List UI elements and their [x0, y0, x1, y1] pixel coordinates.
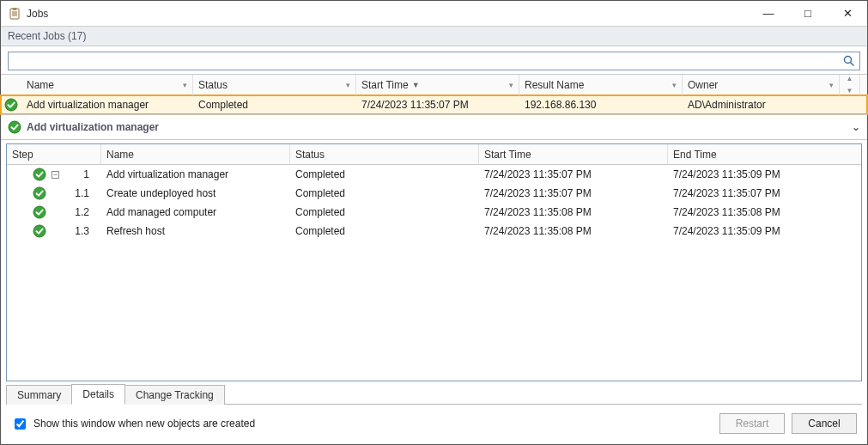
- window-controls: — □ ✕: [749, 1, 867, 27]
- tab-change-tracking[interactable]: Change Tracking: [124, 385, 225, 405]
- step-start-time: 7/24/2023 11:35:08 PM: [479, 206, 668, 218]
- header-start-time[interactable]: Start Time▼▾: [356, 75, 519, 95]
- search-icon[interactable]: [842, 54, 856, 68]
- step-status: Completed: [290, 168, 479, 180]
- step-name: Refresh host: [101, 225, 290, 237]
- clipboard-icon: [8, 7, 21, 21]
- detail-title: Add virtualization manager: [27, 121, 159, 133]
- header-status[interactable]: Status▾: [193, 75, 356, 95]
- step-name: Create undeployed host: [101, 187, 290, 199]
- step-number: 1: [83, 168, 96, 180]
- chevron-down-icon[interactable]: ▾: [829, 81, 834, 89]
- chevron-down-icon[interactable]: ▾: [183, 81, 187, 89]
- tab-details[interactable]: Details: [71, 384, 125, 405]
- step-row[interactable]: −1Add virtualization managerCompleted7/2…: [7, 165, 861, 184]
- jobs-window: Jobs — □ ✕ Recent Jobs (17) Name▾ Status…: [0, 0, 868, 445]
- step-number: 1.3: [75, 225, 96, 237]
- check-circle-icon: [8, 120, 21, 134]
- show-window-checkbox-label: Show this window when new objects are cr…: [33, 418, 255, 430]
- header-owner[interactable]: Owner▾: [683, 75, 840, 95]
- steps-panel: Step Name Status Start Time End Time −1A…: [6, 143, 862, 381]
- window-title: Jobs: [27, 8, 48, 20]
- chevron-down-icon[interactable]: ▾: [509, 81, 513, 89]
- chevron-down-icon[interactable]: ⌄: [852, 121, 860, 133]
- show-window-checkbox-input[interactable]: [15, 418, 26, 430]
- check-circle-icon: [33, 168, 46, 181]
- check-circle-icon: [4, 98, 18, 112]
- step-start-time: 7/24/2023 11:35:07 PM: [479, 168, 668, 180]
- step-start-time: 7/24/2023 11:35:07 PM: [479, 187, 668, 199]
- header-step-status[interactable]: Status: [290, 144, 479, 164]
- step-end-time: 7/24/2023 11:35:09 PM: [668, 168, 857, 180]
- cancel-button[interactable]: Cancel: [792, 413, 857, 434]
- jobs-grid-body: Add virtualization manager Completed 7/2…: [1, 95, 867, 114]
- check-circle-icon: [33, 205, 46, 219]
- step-row[interactable]: 1.1Create undeployed hostCompleted7/24/2…: [7, 184, 861, 203]
- header-step-end[interactable]: End Time: [668, 144, 857, 164]
- job-row[interactable]: Add virtualization manager Completed 7/2…: [1, 95, 867, 114]
- restart-button[interactable]: Restart: [719, 413, 785, 434]
- minimize-button[interactable]: —: [749, 1, 788, 27]
- step-end-time: 7/24/2023 11:35:09 PM: [668, 225, 857, 237]
- check-circle-icon: [33, 186, 46, 200]
- step-row[interactable]: 1.3Refresh hostCompleted7/24/2023 11:35:…: [7, 222, 861, 241]
- step-start-time: 7/24/2023 11:35:08 PM: [479, 225, 668, 237]
- step-number: 1.1: [75, 187, 96, 199]
- detail-header[interactable]: Add virtualization manager ⌄: [1, 114, 867, 140]
- header-step-start[interactable]: Start Time: [479, 144, 668, 164]
- chevron-down-icon[interactable]: ▾: [672, 81, 677, 89]
- step-name: Add virtualization manager: [101, 168, 290, 180]
- tab-summary[interactable]: Summary: [6, 385, 72, 405]
- step-status: Completed: [290, 225, 479, 237]
- jobs-grid-header: Name▾ Status▾ Start Time▼▾ Result Name▾ …: [1, 75, 867, 95]
- header-step-name[interactable]: Name: [101, 144, 290, 164]
- step-end-time: 7/24/2023 11:35:08 PM: [668, 206, 857, 218]
- step-end-time: 7/24/2023 11:35:07 PM: [668, 187, 857, 199]
- steps-grid-body: −1Add virtualization managerCompleted7/2…: [7, 165, 861, 381]
- job-status: Completed: [193, 99, 356, 111]
- show-window-checkbox[interactable]: Show this window when new objects are cr…: [11, 416, 255, 432]
- footer: Show this window when new objects are cr…: [1, 405, 867, 444]
- search-input[interactable]: [9, 52, 859, 70]
- job-start-time: 7/24/2023 11:35:07 PM: [356, 99, 519, 111]
- sort-desc-icon: ▼: [412, 81, 420, 89]
- search-box[interactable]: [8, 52, 860, 70]
- steps-grid-header: Step Name Status Start Time End Time: [7, 144, 861, 165]
- header-icon-col: [1, 75, 21, 95]
- close-button[interactable]: ✕: [828, 1, 867, 27]
- step-name: Add managed computer: [101, 206, 290, 218]
- scroll-arrows[interactable]: ▲▼: [840, 75, 860, 95]
- jobs-grid: Name▾ Status▾ Start Time▼▾ Result Name▾ …: [1, 74, 867, 114]
- search-row: [1, 46, 867, 74]
- tabs-row: Summary Details Change Tracking: [1, 383, 867, 404]
- step-status: Completed: [290, 187, 479, 199]
- header-step[interactable]: Step: [7, 144, 101, 164]
- job-name: Add virtualization manager: [21, 99, 193, 111]
- maximize-button[interactable]: □: [788, 1, 828, 27]
- titlebar: Jobs — □ ✕: [1, 1, 867, 27]
- job-owner: AD\Administrator: [683, 99, 840, 111]
- step-status: Completed: [290, 206, 479, 218]
- recent-jobs-header: Recent Jobs (17): [1, 27, 867, 46]
- chevron-down-icon[interactable]: ▾: [346, 81, 350, 89]
- step-number: 1.2: [75, 206, 96, 218]
- step-row[interactable]: 1.2Add managed computerCompleted7/24/202…: [7, 203, 861, 222]
- header-name[interactable]: Name▾: [21, 75, 193, 95]
- tree-collapse-icon[interactable]: −: [52, 171, 59, 179]
- header-result-name[interactable]: Result Name▾: [519, 75, 683, 95]
- job-result-name: 192.168.86.130: [519, 99, 683, 111]
- check-circle-icon: [33, 224, 46, 238]
- recent-jobs-label: Recent Jobs (17): [8, 30, 86, 42]
